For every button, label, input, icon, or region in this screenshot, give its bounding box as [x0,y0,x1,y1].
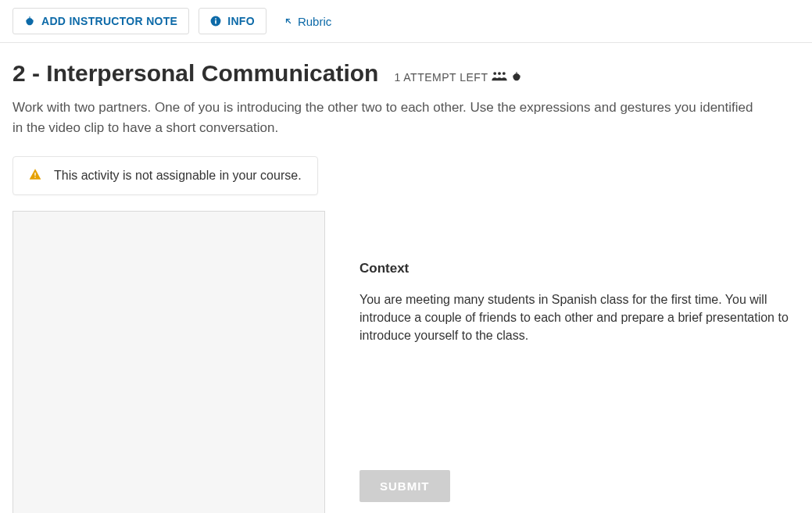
context-body: You are meeting many students in Spanish… [359,290,799,345]
activity-description: Work with two partners. One of you is in… [13,98,763,137]
rubric-label: Rubric [298,15,331,28]
warning-box: This activity is not assignable in your … [13,156,318,195]
info-label: INFO [227,15,255,27]
info-button[interactable]: INFO [199,8,266,34]
attempts-text: 1 ATTEMPT LEFT [394,71,488,84]
header-row: 2 - Interpersonal Communication 1 ATTEMP… [13,60,799,87]
svg-rect-6 [34,173,35,176]
svg-point-4 [499,72,502,75]
content-row: Context You are meeting many students in… [13,211,799,513]
rubric-link[interactable]: Rubric [276,9,339,34]
svg-rect-1 [215,20,216,24]
submit-button[interactable]: SUBMIT [359,470,450,502]
arrow-upleft-icon [284,15,293,28]
toolbar: ADD INSTRUCTOR NOTE INFO Rubric [0,0,812,43]
svg-point-5 [503,72,506,75]
context-heading: Context [359,261,799,276]
group-icon [491,70,508,85]
media-placeholder [13,211,325,513]
page-title: 2 - Interpersonal Communication [13,60,378,87]
attempts-remaining: 1 ATTEMPT LEFT [394,70,522,85]
apple-icon [24,16,35,27]
submit-wrap: SUBMIT [359,470,799,502]
svg-point-3 [494,72,497,75]
context-column: Context You are meeting many students in… [359,211,799,502]
main-content: 2 - Interpersonal Communication 1 ATTEMP… [0,43,812,513]
warning-text: This activity is not assignable in your … [54,169,302,183]
add-instructor-note-label: ADD INSTRUCTOR NOTE [41,15,177,27]
add-instructor-note-button[interactable]: ADD INSTRUCTOR NOTE [13,8,189,34]
info-icon [210,16,221,27]
apple-solid-icon [511,70,522,85]
svg-rect-7 [34,176,35,177]
svg-point-2 [215,18,216,20]
warning-icon [29,168,41,183]
